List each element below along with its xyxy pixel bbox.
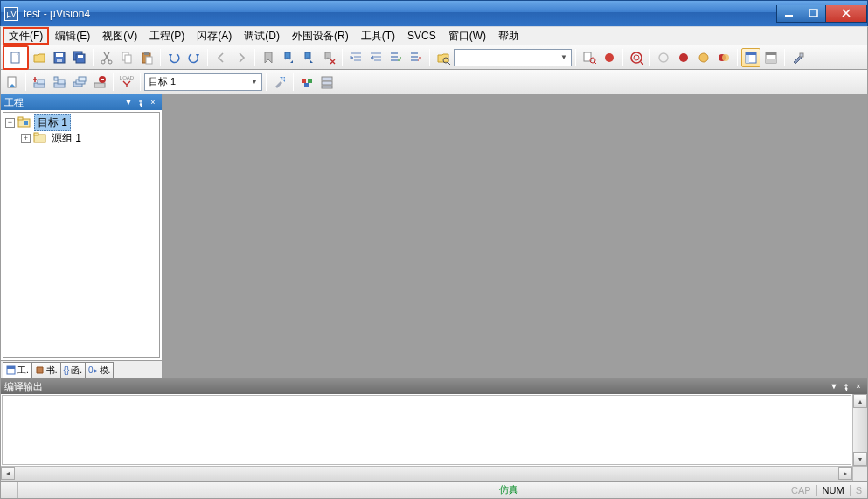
svg-rect-0: [785, 15, 793, 17]
nav-forward-button[interactable]: [232, 48, 251, 67]
minimize-button[interactable]: [776, 5, 802, 23]
menu-edit[interactable]: 编辑(E): [49, 27, 96, 45]
close-button[interactable]: [825, 5, 867, 23]
paste-button[interactable]: [137, 48, 156, 67]
debug-start-button[interactable]: [580, 48, 599, 67]
undo-button[interactable]: [164, 48, 184, 67]
uncomment-button[interactable]: //: [406, 48, 426, 67]
stop-build-button[interactable]: [90, 73, 109, 92]
tree-source-group-node[interactable]: + 源组 1: [5, 130, 157, 146]
panel-close-icon[interactable]: ×: [853, 381, 864, 392]
menu-peripherals[interactable]: 外围设备(R): [286, 27, 355, 45]
output-window-button[interactable]: [761, 48, 781, 67]
svg-rect-52: [322, 77, 332, 80]
build-button[interactable]: [30, 73, 49, 92]
scroll-down-button[interactable]: ▾: [853, 452, 867, 466]
rebuild-button[interactable]: [50, 73, 69, 92]
separator: [254, 49, 255, 66]
scroll-left-button[interactable]: ◂: [1, 467, 15, 480]
project-panel-tabs: 工. 书. {}函. 0▸模.: [1, 360, 162, 378]
breakpoint-kill-button[interactable]: [714, 48, 733, 67]
menu-tools[interactable]: 工具(T): [355, 27, 401, 45]
svg-rect-56: [18, 117, 23, 120]
panel-pin-icon[interactable]: [841, 381, 851, 392]
project-panel-label: 工程: [4, 96, 24, 109]
batch-build-button[interactable]: [70, 73, 89, 92]
tree-node-label: 目标 1: [34, 114, 71, 131]
find-in-files-button[interactable]: [434, 48, 453, 67]
save-all-button[interactable]: [70, 48, 89, 67]
breakpoint-button[interactable]: [600, 48, 619, 67]
manage-multi-project-button[interactable]: [317, 73, 337, 92]
bookmark-clear-button[interactable]: [319, 48, 338, 67]
maximize-button[interactable]: [802, 5, 826, 23]
download-button[interactable]: LOAD: [117, 73, 136, 92]
output-panel-title[interactable]: 编译输出 ▼ ×: [1, 378, 867, 394]
bookmark-next-button[interactable]: [299, 48, 318, 67]
target-options-button[interactable]: [270, 73, 289, 92]
separator: [575, 49, 576, 66]
panel-dropdown-icon[interactable]: ▼: [829, 381, 839, 392]
target-select-combo[interactable]: 目标 1▼: [144, 73, 262, 91]
bookmark-toggle-button[interactable]: [259, 48, 278, 67]
collapse-icon[interactable]: −: [5, 118, 15, 128]
new-file-button[interactable]: [3, 45, 29, 70]
svg-rect-38: [38, 80, 45, 84]
menu-help[interactable]: 帮助: [492, 27, 525, 45]
separator: [113, 73, 114, 91]
main-area: 工程 ▼ × − 目标 1 + 源组 1 工. 书. {}函. 0▸模.: [0, 94, 868, 378]
output-text-area[interactable]: [2, 395, 851, 465]
scroll-right-button[interactable]: ▸: [838, 467, 852, 480]
configure-button[interactable]: [788, 48, 808, 67]
project-tree[interactable]: − 目标 1 + 源组 1: [3, 112, 160, 358]
toolbar-standard: // // ▼: [0, 45, 868, 70]
save-button[interactable]: [50, 48, 69, 67]
open-file-button[interactable]: [30, 48, 49, 67]
outdent-button[interactable]: [366, 48, 385, 67]
menu-window[interactable]: 窗口(W): [442, 27, 492, 45]
find-combo[interactable]: ▼: [454, 49, 572, 66]
comment-button[interactable]: //: [386, 48, 406, 67]
breakpoint-disable-button[interactable]: [694, 48, 713, 67]
tab-templates[interactable]: 0▸模.: [85, 362, 114, 378]
menu-file[interactable]: 文件(F): [3, 27, 49, 45]
scroll-track[interactable]: [15, 467, 838, 481]
debug-run-button[interactable]: [627, 48, 646, 67]
menu-project[interactable]: 工程(P): [143, 27, 191, 45]
tab-functions[interactable]: {}函.: [60, 362, 86, 378]
bookmark-prev-button[interactable]: [279, 48, 298, 67]
breakpoint-enable-button[interactable]: [674, 48, 693, 67]
expand-icon[interactable]: +: [21, 134, 31, 143]
menu-view[interactable]: 视图(V): [96, 27, 143, 45]
menu-debug[interactable]: 调试(D): [238, 27, 286, 45]
panel-dropdown-icon[interactable]: ▼: [123, 97, 134, 107]
redo-button[interactable]: [184, 48, 204, 67]
project-window-button[interactable]: [741, 48, 760, 67]
breakpoint-insert-button[interactable]: [654, 48, 673, 67]
svg-rect-41: [54, 77, 58, 80]
tab-project[interactable]: 工.: [3, 362, 32, 378]
panel-close-icon[interactable]: ×: [148, 97, 158, 107]
indent-button[interactable]: [346, 48, 365, 67]
vertical-scrollbar[interactable]: ▴ ▾: [852, 394, 867, 466]
scroll-track[interactable]: [853, 408, 867, 452]
svg-text://: //: [418, 56, 421, 62]
svg-rect-35: [800, 53, 803, 57]
cut-button[interactable]: [97, 48, 116, 67]
scroll-up-button[interactable]: ▴: [853, 394, 867, 408]
tab-books[interactable]: 书.: [31, 362, 61, 378]
panel-pin-icon[interactable]: [135, 97, 146, 107]
horizontal-scrollbar[interactable]: ◂ ▸: [1, 466, 867, 481]
tree-target-node[interactable]: − 目标 1: [5, 114, 157, 130]
nav-back-button[interactable]: [212, 48, 231, 67]
svg-point-9: [101, 60, 105, 64]
translate-button[interactable]: [3, 73, 22, 92]
manage-components-button[interactable]: [297, 73, 316, 92]
status-scrl: S: [851, 485, 867, 496]
window-buttons: [777, 5, 867, 23]
project-panel-title[interactable]: 工程 ▼ ×: [1, 94, 162, 110]
menu-flash[interactable]: 闪存(A): [191, 27, 238, 45]
separator: [93, 49, 94, 66]
menu-svcs[interactable]: SVCS: [401, 27, 442, 45]
copy-button[interactable]: [117, 48, 136, 67]
